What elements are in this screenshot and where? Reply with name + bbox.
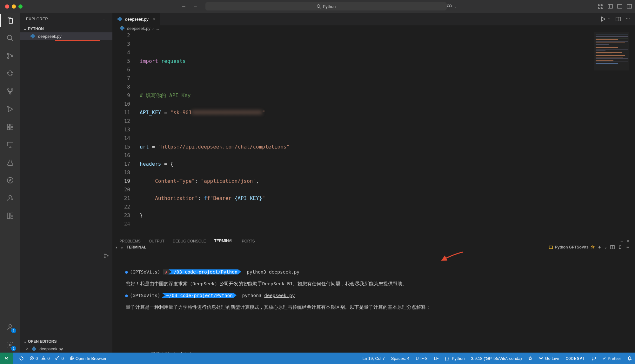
panel-tab-ports[interactable]: PORTS bbox=[242, 239, 255, 243]
trash-icon[interactable] bbox=[618, 245, 622, 250]
svg-point-0 bbox=[317, 5, 320, 8]
panel-tab-terminal[interactable]: TERMINAL bbox=[214, 239, 234, 244]
split-terminal-icon[interactable] bbox=[610, 245, 615, 250]
live-share-icon[interactable] bbox=[6, 194, 15, 202]
open-editor-item[interactable]: × deepseek.py bbox=[20, 345, 112, 353]
layout-sidebar-icon[interactable] bbox=[608, 4, 613, 9]
errors-warnings[interactable]: 0 0 bbox=[30, 356, 50, 361]
open-in-browser[interactable]: Open In Browser bbox=[70, 356, 107, 361]
source-control-icon[interactable] bbox=[6, 51, 15, 60]
codegpt-label[interactable]: CODEGPT bbox=[565, 356, 585, 361]
nav-forward-icon[interactable]: → bbox=[193, 3, 198, 9]
line-number: 24 bbox=[112, 220, 130, 228]
sync-icon[interactable] bbox=[19, 356, 24, 361]
accounts-icon[interactable]: 1 bbox=[6, 323, 15, 332]
project-manager-icon[interactable] bbox=[6, 211, 15, 220]
chevron-down-icon[interactable]: ⌄ bbox=[120, 245, 124, 249]
close-tab-icon[interactable]: × bbox=[153, 17, 156, 22]
cursor-position[interactable]: Ln 19, Col 7 bbox=[363, 356, 385, 361]
more-icon[interactable]: ⋯ bbox=[619, 239, 623, 243]
tab-actions: ⌄ ⋯ bbox=[600, 16, 635, 22]
cmd-python: python3 bbox=[242, 293, 261, 298]
svg-point-16 bbox=[8, 53, 9, 55]
python-interpreter[interactable]: 3.9.18 ('GPTSoVits': conda) bbox=[471, 356, 522, 361]
branch-icon bbox=[104, 253, 109, 259]
extensions-icon[interactable] bbox=[6, 122, 15, 131]
nav-back-icon[interactable]: ← bbox=[181, 3, 186, 9]
chevron-down-icon[interactable]: ⌄ bbox=[604, 245, 607, 249]
live-preview-icon[interactable] bbox=[528, 356, 532, 361]
panel-tab-problems[interactable]: PROBLEMS bbox=[119, 239, 141, 243]
more-icon[interactable]: ⋯ bbox=[103, 17, 107, 21]
breadcrumb[interactable]: deepseek.py › ... bbox=[112, 25, 635, 31]
split-editor-icon[interactable] bbox=[616, 16, 621, 22]
go-live[interactable]: Go Live bbox=[539, 356, 559, 361]
annotation-arrow-icon bbox=[440, 251, 464, 263]
close-panel-icon[interactable]: × bbox=[626, 238, 629, 244]
notifications-icon[interactable] bbox=[627, 356, 632, 361]
language-mode[interactable]: { }Python bbox=[445, 356, 465, 361]
scm-gitlens-icon[interactable] bbox=[6, 87, 15, 96]
more-icon[interactable]: ⋯ bbox=[626, 16, 630, 22]
terminal-body[interactable]: ●(GPTSoVits) ✗~/03_code-project/Python p… bbox=[112, 250, 635, 364]
compass-icon[interactable] bbox=[6, 176, 15, 185]
run-icon[interactable] bbox=[600, 16, 606, 22]
open-editors-header[interactable]: ⌄ OPEN EDITORS bbox=[20, 338, 112, 345]
panel-tab-output[interactable]: OUTPUT bbox=[149, 239, 164, 243]
python-env-icon[interactable] bbox=[6, 69, 15, 78]
svg-rect-44 bbox=[549, 246, 553, 249]
editor-tab-deepseek[interactable]: deepseek.py × bbox=[112, 13, 160, 25]
layout-panel-icon[interactable] bbox=[617, 4, 622, 9]
new-terminal-icon[interactable]: + bbox=[598, 244, 601, 250]
svg-rect-8 bbox=[608, 4, 612, 8]
prettier[interactable]: Prettier bbox=[602, 356, 621, 361]
settings-gear-icon[interactable]: 1 bbox=[6, 341, 15, 349]
svg-rect-27 bbox=[7, 142, 13, 146]
terminal-output-line: --- bbox=[125, 328, 631, 334]
terminal-session-label[interactable]: Python GPTSoVits bbox=[549, 245, 595, 249]
project-folder-header[interactable]: ⌄ PYTHON bbox=[20, 25, 112, 32]
maximize-window-icon[interactable] bbox=[18, 4, 23, 9]
file-item-deepseek[interactable]: deepseek.py bbox=[20, 32, 112, 40]
command-center[interactable]: Python bbox=[205, 2, 447, 10]
ports-status[interactable]: 0 bbox=[55, 356, 64, 361]
svg-rect-26 bbox=[11, 128, 13, 130]
status-bar: 0 0 0 Open In Browser Ln 19, Col 7 Space… bbox=[0, 353, 635, 364]
chevron-right-icon[interactable]: › bbox=[116, 245, 117, 250]
panel-tab-debug[interactable]: DEBUG CONSOLE bbox=[173, 239, 206, 243]
svg-rect-25 bbox=[7, 128, 10, 130]
close-window-icon[interactable] bbox=[5, 4, 9, 9]
prompt-path: ~/03_code-project/Python bbox=[162, 293, 237, 298]
remote-indicator[interactable] bbox=[0, 353, 13, 364]
copilot-indicator[interactable]: ⌄ bbox=[446, 3, 457, 10]
line-number: 19 bbox=[112, 177, 130, 185]
remote-explorer-icon[interactable] bbox=[6, 140, 15, 149]
layout-grid-icon[interactable] bbox=[598, 4, 603, 9]
line-number: 2 bbox=[112, 31, 130, 40]
panel: PROBLEMS OUTPUT DEBUG CONSOLE TERMINAL P… bbox=[112, 238, 635, 353]
more-icon[interactable]: ⋯ bbox=[625, 245, 629, 249]
indentation[interactable]: Spaces: 4 bbox=[391, 356, 410, 361]
explorer-icon[interactable] bbox=[6, 16, 15, 25]
terminal-title: TERMINAL bbox=[127, 245, 146, 249]
line-number: 18 bbox=[112, 168, 130, 177]
svg-point-21 bbox=[10, 93, 11, 94]
eol[interactable]: LF bbox=[434, 356, 438, 361]
layout-sidebar-right-icon[interactable] bbox=[627, 4, 632, 9]
project-name: PYTHON bbox=[28, 27, 44, 31]
testing-icon[interactable] bbox=[6, 158, 15, 167]
svg-point-37 bbox=[9, 344, 11, 346]
encoding[interactable]: UTF-8 bbox=[416, 356, 428, 361]
run-debug-icon[interactable] bbox=[6, 105, 15, 114]
close-icon[interactable]: × bbox=[26, 346, 29, 351]
feedback-icon[interactable] bbox=[592, 356, 596, 361]
chevron-down-icon[interactable]: ⌄ bbox=[608, 16, 611, 22]
line-number: 7 bbox=[112, 74, 130, 83]
panel-actions: ⋯ × bbox=[619, 238, 635, 244]
svg-point-47 bbox=[104, 254, 105, 255]
minimize-window-icon[interactable] bbox=[12, 4, 16, 9]
breadcrumb-tail: ... bbox=[156, 26, 159, 31]
search-activity-icon[interactable] bbox=[6, 34, 15, 43]
minimap[interactable] bbox=[594, 32, 629, 70]
svg-line-1 bbox=[319, 7, 321, 9]
